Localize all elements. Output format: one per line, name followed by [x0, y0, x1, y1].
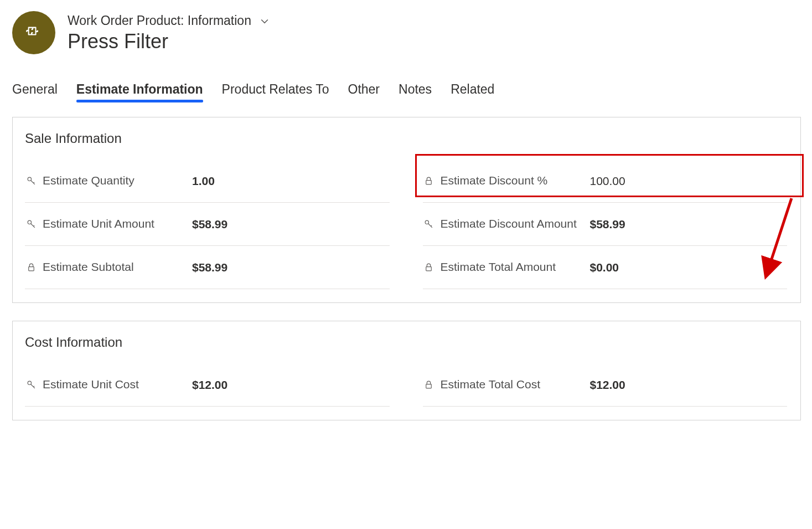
- section-cost-information: Cost Information Estimate Unit Cost $12.…: [12, 321, 801, 420]
- lock-icon: [423, 262, 435, 273]
- lock-icon: [423, 379, 435, 390]
- lock-icon: [423, 176, 435, 186]
- key-icon: [25, 219, 37, 229]
- field-value: $12.00: [192, 378, 390, 392]
- puzzle-icon: [26, 25, 42, 40]
- svg-point-0: [28, 177, 31, 181]
- svg-rect-11: [426, 267, 432, 271]
- field-value: $0.00: [590, 261, 788, 274]
- field-estimate-quantity[interactable]: Estimate Quantity 1.00: [25, 160, 390, 203]
- field-estimate-unit-amount[interactable]: Estimate Unit Amount $58.99: [25, 203, 390, 246]
- cost-left-column: Estimate Unit Cost $12.00: [25, 363, 390, 407]
- field-value: 100.00: [590, 174, 788, 188]
- entity-avatar: [12, 11, 55, 54]
- cost-right-column: Estimate Total Cost $12.00: [423, 363, 788, 407]
- field-label: Estimate Unit Cost: [43, 377, 187, 392]
- field-estimate-discount-percent[interactable]: Estimate Discount % 100.00: [423, 160, 788, 203]
- sale-left-column: Estimate Quantity 1.00 Estimate Unit Amo…: [25, 160, 390, 289]
- field-value: $12.00: [590, 378, 788, 392]
- field-label: Estimate Quantity: [43, 173, 187, 188]
- field-label: Estimate Discount %: [441, 173, 585, 188]
- field-estimate-unit-cost[interactable]: Estimate Unit Cost $12.00: [25, 363, 390, 407]
- svg-point-3: [28, 220, 31, 224]
- section-title-cost: Cost Information: [25, 335, 787, 350]
- svg-line-16: [33, 386, 34, 387]
- svg-line-2: [33, 182, 34, 183]
- field-label: Estimate Unit Amount: [43, 216, 187, 232]
- svg-rect-7: [426, 181, 432, 184]
- field-label: Estimate Total Cost: [441, 377, 585, 392]
- chevron-down-icon: [259, 15, 270, 26]
- record-title: Press Filter: [68, 30, 270, 53]
- field-value: $58.99: [590, 218, 788, 231]
- svg-rect-6: [28, 267, 34, 271]
- field-label: Estimate Total Amount: [441, 259, 585, 275]
- record-header: Work Order Product: Information Press Fi…: [12, 11, 801, 54]
- svg-rect-17: [426, 384, 432, 388]
- svg-point-8: [425, 220, 428, 224]
- field-estimate-subtotal[interactable]: Estimate Subtotal $58.99: [25, 246, 390, 289]
- field-value: $58.99: [192, 218, 390, 231]
- tab-product-relates-to[interactable]: Product Relates To: [222, 82, 329, 101]
- lock-icon: [25, 262, 37, 273]
- sale-right-column: Estimate Discount % 100.00 Estimate Disc…: [423, 160, 788, 289]
- form-selector[interactable]: Work Order Product: Information: [68, 13, 270, 28]
- key-icon: [25, 379, 37, 390]
- tab-notes[interactable]: Notes: [399, 82, 432, 101]
- tab-estimate-information[interactable]: Estimate Information: [76, 82, 203, 101]
- section-title-sale: Sale Information: [25, 131, 787, 146]
- svg-line-10: [431, 225, 432, 227]
- svg-point-14: [28, 381, 31, 384]
- tab-related[interactable]: Related: [451, 82, 494, 101]
- tab-bar: General Estimate Information Product Rel…: [12, 82, 801, 101]
- breadcrumb-label: Work Order Product: Information: [68, 13, 251, 28]
- svg-line-5: [33, 225, 34, 227]
- field-estimate-discount-amount[interactable]: Estimate Discount Amount $58.99: [423, 203, 788, 246]
- field-estimate-total-amount[interactable]: Estimate Total Amount $0.00: [423, 246, 788, 289]
- field-label: Estimate Discount Amount: [441, 216, 585, 232]
- section-sale-information: Sale Information Estimate Quantity 1.00 …: [12, 117, 801, 303]
- field-label: Estimate Subtotal: [43, 259, 187, 275]
- field-value: $58.99: [192, 261, 390, 274]
- tab-other[interactable]: Other: [348, 82, 380, 101]
- tab-general[interactable]: General: [12, 82, 58, 101]
- field-estimate-total-cost[interactable]: Estimate Total Cost $12.00: [423, 363, 788, 407]
- key-icon: [423, 219, 435, 229]
- field-value: 1.00: [192, 174, 390, 188]
- key-icon: [25, 176, 37, 186]
